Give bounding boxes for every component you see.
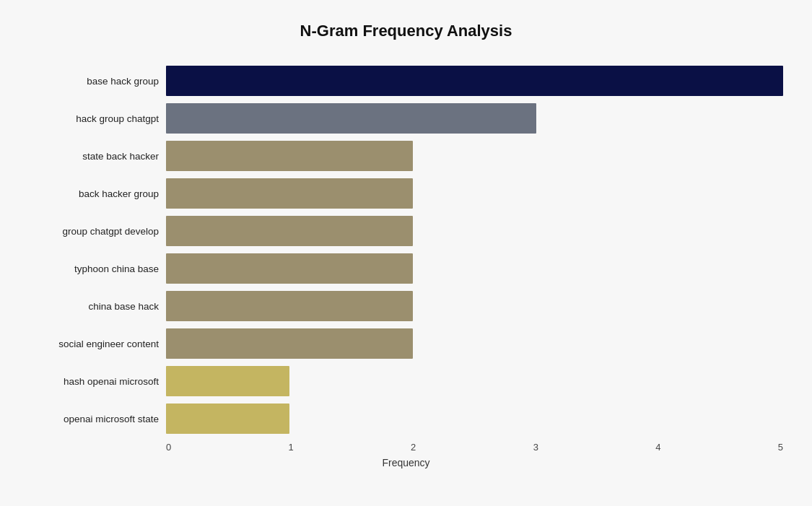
bar-fill bbox=[166, 404, 289, 434]
x-axis-title: Frequency bbox=[29, 457, 783, 468]
bar-fill bbox=[166, 328, 413, 359]
bars-wrapper: base hack grouphack group chatgptstate b… bbox=[29, 62, 783, 437]
bar-track bbox=[166, 291, 783, 321]
x-axis-container: 012345 bbox=[166, 442, 783, 453]
bar-label: china base hack bbox=[29, 301, 166, 312]
bar-label: hack group chatgpt bbox=[29, 113, 166, 124]
bar-label: group chatgpt develop bbox=[29, 226, 166, 237]
bar-row: base hack group bbox=[29, 62, 783, 100]
bar-label: social engineer content bbox=[29, 339, 166, 349]
bar-track bbox=[166, 253, 783, 284]
chart-container: N-Gram Frequency Analysis base hack grou… bbox=[0, 0, 812, 506]
bar-fill bbox=[166, 103, 536, 134]
x-tick: 3 bbox=[533, 442, 538, 453]
bar-fill bbox=[166, 291, 413, 321]
bar-label: typhoon china base bbox=[29, 263, 166, 274]
bar-track bbox=[166, 141, 783, 171]
bar-track bbox=[166, 66, 783, 96]
chart-title: N-Gram Frequency Analysis bbox=[29, 22, 783, 40]
bar-row: typhoon china base bbox=[29, 250, 783, 287]
bar-track bbox=[166, 216, 783, 246]
bar-row: hash openai microsoft bbox=[29, 362, 783, 400]
bar-track bbox=[166, 366, 783, 396]
bar-fill bbox=[166, 66, 783, 96]
x-tick: 1 bbox=[289, 442, 294, 453]
bar-row: state back hacker bbox=[29, 137, 783, 175]
chart-area: base hack grouphack group chatgptstate b… bbox=[29, 62, 783, 445]
bar-label: hash openai microsoft bbox=[29, 376, 166, 387]
bar-track bbox=[166, 404, 783, 434]
bar-label: base hack group bbox=[29, 76, 166, 87]
bar-label: state back hacker bbox=[29, 151, 166, 162]
bar-fill bbox=[166, 178, 413, 209]
x-tick: 2 bbox=[411, 442, 416, 453]
bar-row: hack group chatgpt bbox=[29, 100, 783, 137]
bar-track bbox=[166, 328, 783, 359]
bar-track bbox=[166, 103, 783, 134]
bar-label: back hacker group bbox=[29, 188, 166, 199]
x-tick: 4 bbox=[655, 442, 660, 453]
bar-fill bbox=[166, 253, 413, 284]
bar-fill bbox=[166, 216, 413, 246]
bar-row: back hacker group bbox=[29, 175, 783, 212]
bar-row: social engineer content bbox=[29, 325, 783, 362]
bar-row: group chatgpt develop bbox=[29, 212, 783, 250]
bar-row: openai microsoft state bbox=[29, 400, 783, 437]
bar-track bbox=[166, 178, 783, 209]
bar-fill bbox=[166, 366, 289, 396]
bar-fill bbox=[166, 141, 413, 171]
x-axis-labels: 012345 bbox=[166, 442, 783, 453]
x-tick: 0 bbox=[166, 442, 171, 453]
bar-label: openai microsoft state bbox=[29, 414, 166, 424]
x-tick: 5 bbox=[778, 442, 783, 453]
bar-row: china base hack bbox=[29, 287, 783, 325]
